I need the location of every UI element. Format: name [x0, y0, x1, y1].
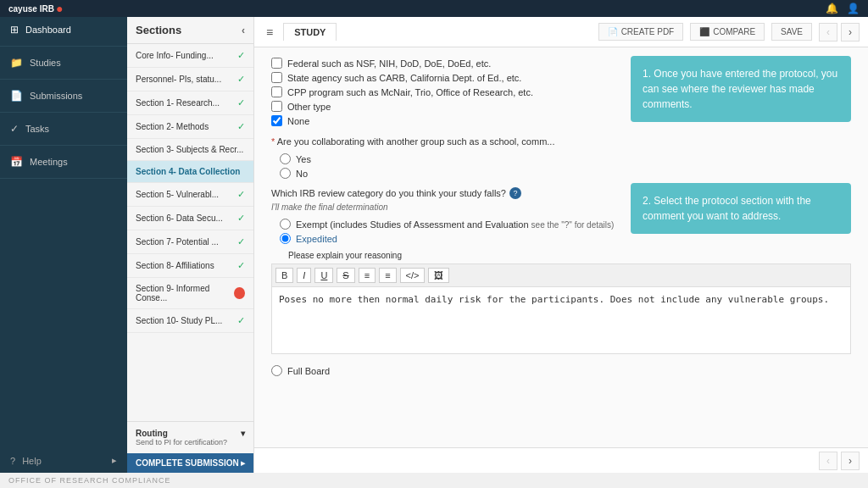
toolbar-italic-button[interactable]: I [297, 268, 311, 283]
check-icon: ✓ [237, 213, 245, 224]
sidebar-item-meetings[interactable]: 📅 Meetings [0, 149, 127, 175]
section-item-section8[interactable]: Section 8- Affiliations ✓ [127, 254, 253, 278]
page-next-button[interactable]: › [841, 452, 860, 470]
review-exempt-extra: see the "?" for details) [531, 220, 615, 230]
save-label: SAVE [781, 27, 803, 36]
sections-collapse-icon[interactable]: ‹ [242, 25, 245, 36]
full-board-option: Full Board [271, 365, 851, 376]
review-expedited-radio[interactable] [280, 233, 291, 244]
sidebar-item-submissions[interactable]: 📄 Submissions [0, 83, 127, 108]
compare-button[interactable]: ⬛ COMPARE [690, 23, 765, 41]
section-label: Section 10- Study PL... [136, 316, 222, 325]
toolbar-underline-button[interactable]: U [314, 268, 333, 283]
complete-btn-label: COMPLETE SUBMISSION [136, 458, 239, 468]
main-content: Federal such as NSF, NIH, DoD, DoE, DoEd… [254, 47, 868, 447]
checkbox-other[interactable] [271, 101, 282, 112]
checkbox-none[interactable] [271, 115, 282, 126]
routing-label[interactable]: Routing ▾ [136, 429, 245, 438]
create-pdf-button[interactable]: 📄 CREATE PDF [598, 23, 684, 41]
explain-label: Please explain your reasoning [288, 251, 851, 260]
checkbox-label-1: State agency such as CARB, California De… [287, 73, 521, 83]
nav-next-button[interactable]: › [841, 23, 860, 42]
section-item-section4[interactable]: Section 4- Data Collection ◀ [127, 161, 253, 183]
radio-no-label: No [296, 169, 308, 179]
checkbox-state[interactable] [271, 72, 282, 83]
app-title: cayuse IRB [8, 4, 54, 14]
complete-submission-button[interactable]: COMPLETE SUBMISSION ▸ [127, 453, 253, 473]
review-category: Full Board [271, 365, 851, 376]
section-item-section10[interactable]: Section 10- Study PL... ✓ [127, 309, 253, 333]
badge-icon [234, 287, 245, 299]
app-footer: OFFICE OF RESEARCH COMPLIANCE [0, 473, 868, 488]
tooltip-text-2: 2. Select the protocol section with the … [643, 195, 811, 222]
section-item-section9[interactable]: Section 9- Informed Conse... ◀ [127, 278, 253, 309]
sidebar: ⊞ Dashboard 📁 Studies 📄 Submissions ✓ Ta… [0, 17, 127, 473]
toolbar-list2-button[interactable]: ≡ [379, 268, 396, 283]
section-item-personnel[interactable]: Personnel- PIs, statu... ✓ [127, 68, 253, 92]
study-tab-label: STUDY [294, 27, 326, 37]
reasoning-textarea[interactable]: Poses no more then normal daily risk for… [271, 286, 851, 354]
save-button[interactable]: SAVE [771, 23, 812, 41]
toolbar-image-button[interactable]: 🖼 [428, 268, 449, 283]
sections-header: Sections ‹ [127, 17, 253, 44]
toolbar-strikethrough-button[interactable]: S [337, 268, 354, 283]
submissions-icon: 📄 [10, 90, 23, 102]
hamburger-icon[interactable]: ≡ [263, 22, 276, 42]
radio-no: No [280, 166, 851, 180]
sidebar-divider2 [0, 79, 127, 80]
review-exempt-radio[interactable] [280, 219, 291, 230]
help-chevron-icon: ▸ [112, 455, 117, 466]
review-expedited-label: Expedited [296, 234, 337, 244]
section-item-section2[interactable]: Section 2- Methods ✓ [127, 115, 253, 139]
sidebar-item-label: Studies [30, 58, 61, 68]
section-item-section5[interactable]: Section 5- Vulnerabl... ✓ [127, 183, 253, 207]
sidebar-item-studies[interactable]: 📁 Studies [0, 50, 127, 75]
sidebar-item-dashboard[interactable]: ⊞ Dashboard [0, 17, 127, 42]
pdf-icon: 📄 [608, 27, 618, 36]
bottom-bar: ‹ › [254, 447, 868, 473]
sections-panel: Sections ‹ Core Info- Funding... ✓ Perso… [127, 17, 254, 473]
compare-icon: ⬛ [699, 27, 709, 36]
main-layout: ⊞ Dashboard 📁 Studies 📄 Submissions ✓ Ta… [0, 17, 868, 473]
section-item-section7[interactable]: Section 7- Potential ... ✓ [127, 230, 253, 254]
checkbox-federal[interactable] [271, 58, 282, 69]
section-label: Section 9- Informed Conse... [136, 284, 234, 302]
notification-icon[interactable]: 🔔 [826, 3, 838, 14]
checkbox-cpp[interactable] [271, 86, 282, 97]
sidebar-item-help[interactable]: ? Help ▸ [0, 448, 127, 473]
sidebar-item-tasks[interactable]: ✓ Tasks [0, 116, 127, 141]
routing-chevron-icon: ▾ [241, 429, 245, 438]
sections-title: Sections [136, 24, 181, 36]
dashboard-icon: ⊞ [10, 24, 19, 36]
section-item-section3[interactable]: Section 3- Subjects & Recr... ◀ [127, 139, 253, 161]
study-tab[interactable]: STUDY [283, 23, 337, 41]
check-icon: ✓ [237, 260, 245, 271]
app-container: cayuse IRB ● 🔔 👤 ⊞ Dashboard 📁 Studies 📄… [0, 0, 868, 488]
full-board-radio[interactable] [271, 365, 282, 376]
tooltip-box-1: 1. Once you have entered the protocol, y… [631, 56, 851, 122]
radio-no-input[interactable] [280, 168, 291, 179]
section-label: Core Info- Funding... [136, 51, 214, 60]
tasks-icon: ✓ [10, 123, 19, 135]
toolbar-list1-button[interactable]: ≡ [359, 268, 376, 283]
irb-help-icon[interactable]: ? [509, 187, 521, 199]
check-icon: ✓ [237, 74, 245, 85]
page-prev-button[interactable]: ‹ [819, 452, 837, 470]
create-pdf-label: CREATE PDF [621, 27, 675, 36]
header-actions: 📄 CREATE PDF ⬛ COMPARE SAVE ‹ › [598, 23, 860, 42]
user-icon[interactable]: 👤 [847, 3, 860, 14]
sidebar-divider [0, 46, 127, 47]
check-icon: ✓ [237, 97, 245, 108]
toolbar-bold-button[interactable]: B [275, 268, 293, 283]
section-label: Section 6- Data Secu... [136, 214, 223, 223]
section-item-core-info[interactable]: Core Info- Funding... ✓ [127, 44, 253, 68]
topbar-icons: 🔔 👤 [826, 3, 860, 14]
section-item-section6[interactable]: Section 6- Data Secu... ✓ [127, 207, 253, 230]
collaboration-question: * Are you collaborating with another gro… [271, 136, 851, 147]
nav-prev-button[interactable]: ‹ [819, 23, 837, 42]
routing-sub: Send to PI for certification? [136, 438, 245, 446]
radio-yes-input[interactable] [280, 153, 291, 164]
section-item-section1[interactable]: Section 1- Research... ✓ [127, 92, 253, 115]
toolbar-code-button[interactable]: </> [400, 268, 426, 283]
check-icon: ✓ [237, 315, 245, 326]
